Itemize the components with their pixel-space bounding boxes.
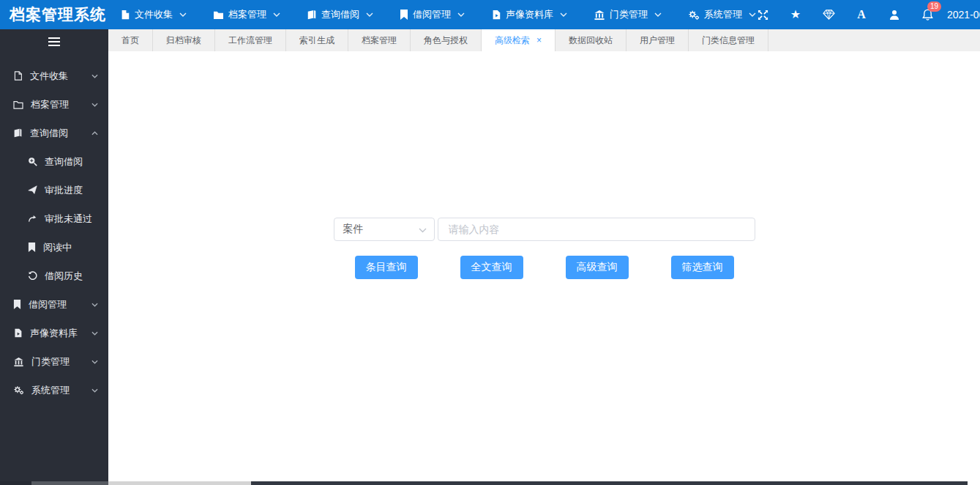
sidebar: 文件收集 档案管理 查询借阅 查询借阅 审批进度 <box>0 29 108 481</box>
scrollbar-segment <box>968 481 980 485</box>
topnav-item-system-management[interactable]: 系统管理 <box>688 8 756 21</box>
file-icon <box>120 10 130 20</box>
fullscreen-icon[interactable] <box>756 8 769 21</box>
scrollbar-segment <box>0 481 31 485</box>
tab-label: 角色与授权 <box>424 34 468 47</box>
chevron-down-icon <box>457 12 465 17</box>
sidebar-item-category-management[interactable]: 门类管理 <box>0 347 108 376</box>
search-plus-icon <box>28 157 37 166</box>
tab-advanced-search[interactable]: 高级检索 × <box>482 29 556 51</box>
topnav-item-category-management[interactable]: 门类管理 <box>594 8 662 21</box>
advanced-query-button[interactable]: 高级查询 <box>566 256 629 279</box>
user-icon[interactable] <box>888 8 901 21</box>
chevron-up-icon <box>91 131 98 136</box>
tab-workflow-management[interactable]: 工作流管理 <box>215 29 286 51</box>
tab-archive-review[interactable]: 归档审核 <box>153 29 215 51</box>
sidebar-item-label: 文件收集 <box>30 70 91 83</box>
chevron-down-icon <box>179 12 187 17</box>
sidebar-subitem-label: 借阅历史 <box>45 270 98 283</box>
sidebar-subitem-reading[interactable]: 阅读中 <box>0 233 108 262</box>
chevron-down-icon <box>366 12 373 17</box>
media-file-icon <box>13 328 23 338</box>
sidebar-subitem-approval-rejected[interactable]: 审批未通过 <box>0 204 108 233</box>
topnav-item-media-library[interactable]: 声像资料库 <box>491 8 567 21</box>
sidebar-item-label: 声像资料库 <box>30 327 91 340</box>
sidebar-collapse-button[interactable] <box>0 29 108 56</box>
bookmark-icon <box>400 10 408 20</box>
tab-user-management[interactable]: 用户管理 <box>626 29 689 51</box>
sidebar-item-borrow-management[interactable]: 借阅管理 <box>0 290 108 319</box>
tab-label: 归档审核 <box>166 34 201 47</box>
datetime-display: 2021-06-18 12:09:38 <box>947 9 980 21</box>
sidebar-subitem-label: 审批进度 <box>45 184 98 197</box>
top-navigation: 文件收集 档案管理 查询借阅 借阅管理 声像资料库 <box>120 8 756 21</box>
sidebar-item-media-library[interactable]: 声像资料库 <box>0 319 108 347</box>
gem-icon[interactable] <box>822 8 835 21</box>
bank-icon <box>594 10 605 21</box>
topnav-label: 声像资料库 <box>506 8 553 21</box>
search-buttons: 条目查询 全文查询 高级查询 筛选查询 <box>355 256 734 279</box>
sidebar-item-label: 系统管理 <box>31 384 91 397</box>
sidebar-menu: 文件收集 档案管理 查询借阅 查询借阅 审批进度 <box>0 56 108 404</box>
bell-icon[interactable]: 19 <box>921 8 934 21</box>
scrollbar-thumb[interactable] <box>31 481 108 485</box>
sidebar-subitem-label: 查询借阅 <box>45 155 98 169</box>
tab-archive-management[interactable]: 档案管理 <box>348 29 411 51</box>
star-icon[interactable]: ★ <box>789 8 802 21</box>
filter-query-button[interactable]: 筛选查询 <box>671 256 734 279</box>
chevron-down-icon <box>91 103 98 107</box>
tab-label: 用户管理 <box>640 34 675 47</box>
main-area: 首页 归档审核 工作流管理 索引生成 档案管理 角色与授权 高级检索 × 数据回… <box>108 29 980 481</box>
bookmark-icon <box>28 242 36 252</box>
topnav-label: 文件收集 <box>135 8 173 21</box>
tab-recycle-bin[interactable]: 数据回收站 <box>556 29 626 51</box>
sidebar-subitem-borrow-history[interactable]: 借阅历史 <box>0 262 108 290</box>
book-icon <box>307 10 317 20</box>
redo-arrow-icon <box>28 214 37 223</box>
category-select[interactable]: 案件 <box>334 218 435 241</box>
chevron-down-icon <box>91 360 98 364</box>
tab-label: 索引生成 <box>299 34 334 47</box>
sidebar-item-label: 查询借阅 <box>30 127 91 140</box>
font-size-icon[interactable]: A <box>855 8 868 21</box>
archive-management-app: 档案管理系统 文件收集 档案管理 查询借阅 借阅管理 <box>0 0 980 485</box>
entry-query-button[interactable]: 条目查询 <box>355 256 418 279</box>
chevron-down-icon <box>91 331 98 336</box>
tab-label: 门类信息管理 <box>702 34 755 47</box>
topnav-label: 系统管理 <box>704 8 742 21</box>
search-input[interactable] <box>438 218 755 241</box>
media-file-icon <box>491 10 501 20</box>
fulltext-query-button[interactable]: 全文查询 <box>460 256 523 279</box>
topnav-item-query-borrow[interactable]: 查询借阅 <box>307 8 373 21</box>
sidebar-subitem-approval-progress[interactable]: 审批进度 <box>0 176 108 204</box>
tab-label: 档案管理 <box>362 34 397 47</box>
topnav-item-borrow-management[interactable]: 借阅管理 <box>400 8 465 21</box>
category-select-value: 案件 <box>343 223 419 236</box>
topbar-icon-group: ★ A 19 <box>756 8 934 21</box>
tab-category-info-management[interactable]: 门类信息管理 <box>689 29 768 51</box>
chevron-down-icon <box>654 12 662 17</box>
sidebar-subitem-query-borrow[interactable]: 查询借阅 <box>0 147 108 176</box>
topnav-label: 借阅管理 <box>413 8 451 21</box>
sidebar-subitem-label: 审批未通过 <box>45 212 98 226</box>
sidebar-item-file-collection[interactable]: 文件收集 <box>0 62 108 90</box>
hamburger-icon <box>48 36 60 49</box>
sidebar-item-system-management[interactable]: 系统管理 <box>0 376 108 404</box>
tab-strip: 首页 归档审核 工作流管理 索引生成 档案管理 角色与授权 高级检索 × 数据回… <box>108 29 980 51</box>
topnav-item-file-collection[interactable]: 文件收集 <box>120 8 187 21</box>
horizontal-scrollbar[interactable] <box>0 481 980 485</box>
tab-home[interactable]: 首页 <box>108 29 153 51</box>
tab-label: 首页 <box>121 34 139 47</box>
chevron-down-icon <box>560 12 567 17</box>
folder-icon <box>213 10 224 20</box>
app-title: 档案管理系统 <box>0 4 108 25</box>
chevron-down-icon <box>91 74 98 78</box>
topnav-label: 档案管理 <box>228 8 266 21</box>
sidebar-subitem-label: 阅读中 <box>43 241 98 254</box>
tab-index-generation[interactable]: 索引生成 <box>286 29 348 51</box>
sidebar-item-archive-management[interactable]: 档案管理 <box>0 90 108 119</box>
sidebar-item-query-borrow[interactable]: 查询借阅 <box>0 119 108 147</box>
topnav-item-archive-management[interactable]: 档案管理 <box>213 8 280 21</box>
tab-roles-authorization[interactable]: 角色与授权 <box>411 29 482 51</box>
close-icon[interactable]: × <box>536 35 542 45</box>
